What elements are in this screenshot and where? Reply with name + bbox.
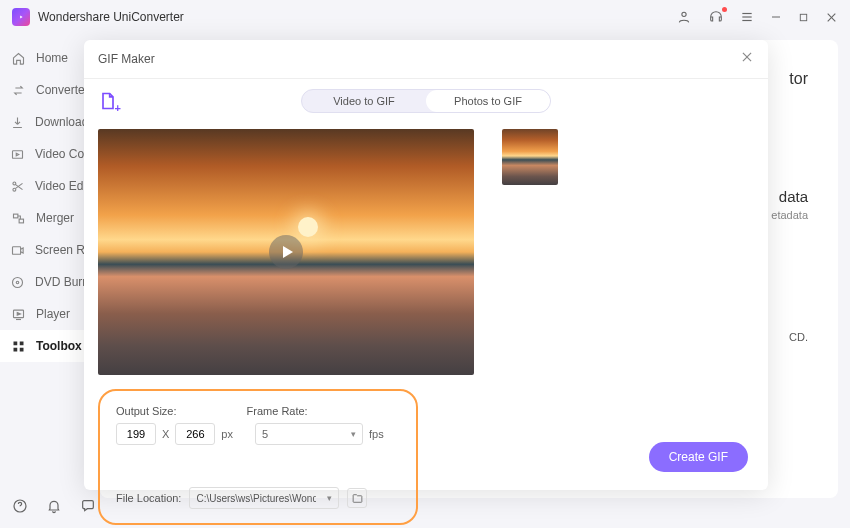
download-icon (10, 114, 25, 130)
svg-rect-20 (19, 347, 23, 351)
bell-icon[interactable] (46, 498, 62, 518)
svg-point-9 (13, 181, 16, 184)
merge-icon (10, 210, 26, 226)
tab-video-to-gif[interactable]: Video to GIF (302, 90, 426, 112)
minimize-icon[interactable] (770, 11, 782, 23)
record-icon (10, 242, 25, 258)
output-size-label: Output Size: (116, 405, 177, 417)
sidebar-item-label: Converter (36, 83, 89, 97)
svg-rect-13 (13, 246, 21, 254)
account-icon[interactable] (676, 9, 692, 25)
svg-point-10 (13, 188, 16, 191)
sidebar-item-label: Merger (36, 211, 74, 225)
svg-point-0 (682, 12, 686, 16)
svg-rect-5 (800, 14, 806, 20)
modal-header: GIF Maker (84, 40, 768, 79)
close-icon[interactable] (740, 50, 754, 68)
svg-point-15 (16, 281, 19, 284)
menu-icon[interactable] (740, 10, 754, 24)
sidebar-item-label: Home (36, 51, 68, 65)
disc-icon (10, 274, 25, 290)
fps-value: 5 (262, 428, 268, 440)
support-icon[interactable] (708, 9, 724, 25)
svg-rect-16 (13, 310, 23, 318)
preview-sun (298, 217, 318, 237)
modal-title: GIF Maker (98, 52, 155, 66)
options-panel: Output Size: Frame Rate: X px 5▾ fps Fil… (98, 389, 418, 525)
fps-select[interactable]: 5▾ (255, 423, 363, 445)
play-button[interactable] (269, 235, 303, 269)
grid-icon (10, 338, 26, 354)
gif-maker-modal: GIF Maker + Video to GIF Photos to GIF O… (84, 40, 768, 490)
app-logo (12, 8, 30, 26)
app-title: Wondershare UniConverter (38, 10, 668, 24)
fps-label: fps (369, 428, 384, 440)
svg-rect-19 (13, 347, 17, 351)
play-icon (10, 306, 26, 322)
mode-toggle: Video to GIF Photos to GIF (301, 89, 551, 113)
video-preview[interactable] (98, 129, 474, 375)
svg-point-14 (13, 277, 23, 287)
browse-folder-button[interactable] (347, 488, 367, 508)
height-input[interactable] (175, 423, 215, 445)
titlebar-controls (676, 9, 838, 25)
svg-rect-18 (19, 341, 23, 345)
sidebar-item-label: Player (36, 307, 70, 321)
svg-rect-17 (13, 341, 17, 345)
compress-icon (10, 146, 25, 162)
file-location-value: C:\Users\ws\Pictures\Wonders (196, 493, 316, 504)
thumbnail-1[interactable] (502, 129, 558, 185)
file-location-select[interactable]: C:\Users\ws\Pictures\Wonders▾ (189, 487, 339, 509)
file-location-label: File Location: (116, 492, 181, 504)
maximize-icon[interactable] (798, 12, 809, 23)
px-label: px (221, 428, 233, 440)
help-icon[interactable] (12, 498, 28, 518)
chevron-down-icon: ▾ (351, 429, 356, 439)
frame-rate-label: Frame Rate: (247, 405, 308, 417)
svg-rect-11 (13, 214, 17, 218)
add-file-icon[interactable]: + (98, 91, 118, 111)
svg-rect-12 (19, 219, 23, 223)
home-icon (10, 50, 26, 66)
times-label: X (162, 428, 169, 440)
close-icon[interactable] (825, 11, 838, 24)
titlebar: Wondershare UniConverter (0, 0, 850, 34)
scissors-icon (10, 178, 25, 194)
chevron-down-icon: ▾ (327, 493, 332, 503)
width-input[interactable] (116, 423, 156, 445)
tab-photos-to-gif[interactable]: Photos to GIF (426, 90, 550, 112)
create-gif-button[interactable]: Create GIF (649, 442, 748, 472)
sidebar-item-label: Toolbox (36, 339, 82, 353)
convert-icon (10, 82, 26, 98)
